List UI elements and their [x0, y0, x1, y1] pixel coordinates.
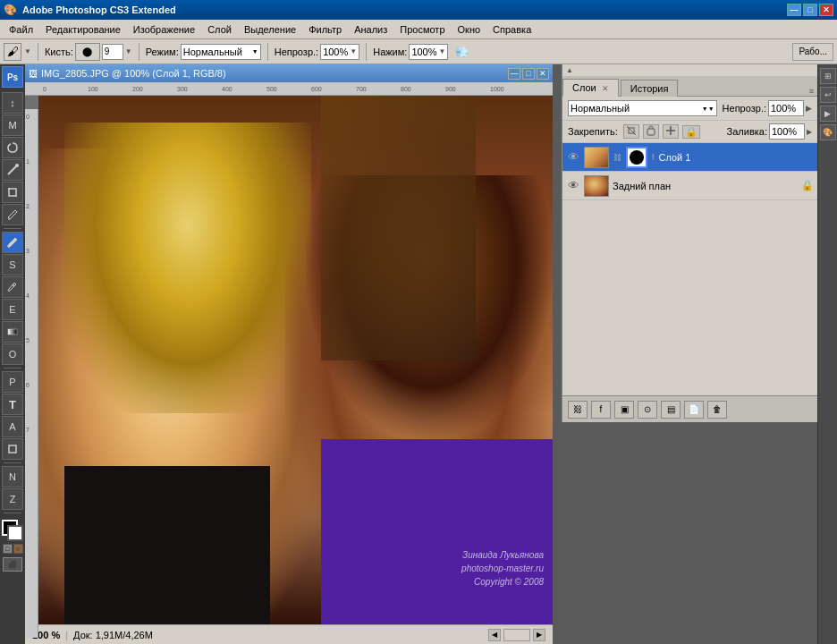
tool-brush[interactable]: [2, 232, 23, 253]
tool-marquee[interactable]: M: [2, 114, 23, 136]
tool-magic-wand[interactable]: [2, 159, 23, 181]
tool-history-brush[interactable]: [2, 276, 23, 298]
tool-notes[interactable]: N: [2, 466, 23, 487]
standard-mode-button[interactable]: □: [3, 544, 13, 554]
brush-options-arrow[interactable]: ▼: [24, 47, 31, 55]
layer-adjustment-button[interactable]: ⊙: [638, 401, 657, 419]
layer-new-button[interactable]: 📄: [684, 401, 704, 419]
scroll-controls: ◀ ▶: [488, 629, 545, 641]
lock-position-button[interactable]: [663, 124, 679, 139]
horizontal-ruler: 0 100 200 300 400 500 600 700 800 900 10…: [25, 82, 553, 96]
scroll-left-button[interactable]: ◀: [488, 629, 501, 641]
tool-eraser[interactable]: E: [2, 299, 23, 320]
doc-minimize-button[interactable]: —: [508, 68, 520, 80]
svg-rect-4: [9, 445, 16, 453]
layer-0-thumbnail: [584, 147, 609, 168]
opacity-control: Непрозр.: 100% ▼: [275, 44, 359, 60]
layer-fx-button[interactable]: f: [591, 401, 611, 419]
tool-eyedropper[interactable]: [2, 204, 23, 225]
scroll-right-button[interactable]: ▶: [533, 629, 545, 641]
opacity-label: Непрозр.:: [275, 47, 318, 57]
tab-history[interactable]: История: [621, 80, 679, 97]
blend-mode-dropdown[interactable]: Нормальный ▼: [568, 100, 717, 116]
window-controls: — □ ✕: [787, 4, 833, 16]
opacity-arrow[interactable]: ▶: [806, 104, 812, 113]
menu-file[interactable]: Файл: [4, 22, 38, 37]
tool-pen[interactable]: P: [2, 371, 23, 393]
tab-layers[interactable]: Слои ✕: [562, 79, 619, 97]
brush-size-arrow[interactable]: ▼: [125, 47, 132, 55]
tool-zoom[interactable]: Z: [2, 488, 23, 510]
layers-list: 👁 ⛓ f: [562, 143, 817, 200]
tool-crop[interactable]: [2, 182, 23, 203]
screen-mode-button[interactable]: ⬛: [3, 557, 22, 572]
layer-1-visibility[interactable]: 👁: [566, 179, 580, 192]
doc-maximize-button[interactable]: □: [522, 68, 535, 80]
airbrush-icon[interactable]: 💨: [455, 46, 469, 58]
fill-value[interactable]: 100%: [769, 123, 805, 140]
tool-lasso[interactable]: [2, 137, 23, 158]
document-window: 🖼 IMG_2805.JPG @ 100% (Слой 1, RGB/8) — …: [25, 64, 553, 644]
menu-view[interactable]: Просмотр: [394, 22, 450, 37]
watermark: Зинаида Лукьянова photoshop-master.ru Co…: [461, 548, 544, 589]
layer-0-chain-icon: ⛓: [613, 153, 621, 162]
close-button[interactable]: ✕: [819, 4, 833, 16]
brush-size-input[interactable]: 9: [102, 44, 123, 60]
fill-arrow[interactable]: ▶: [807, 128, 812, 136]
panel-icon-swatches[interactable]: 🎨: [820, 124, 836, 140]
brush-preview[interactable]: ⬤: [75, 43, 100, 61]
panel-collapse-arrow[interactable]: ▲: [566, 66, 573, 74]
doc-close-button[interactable]: ✕: [537, 68, 549, 80]
layer-item-1[interactable]: 👁 Задний план 🔒: [562, 172, 817, 200]
opacity-input-group[interactable]: 100% ▼: [320, 44, 359, 60]
panel-icon-layers[interactable]: ⊞: [820, 68, 836, 84]
lock-image-button[interactable]: [643, 124, 659, 139]
tool-gradient[interactable]: [2, 321, 23, 343]
watermark-line2: photoshop-master.ru: [461, 562, 544, 575]
mode-buttons: □ ○: [3, 544, 23, 554]
tool-text[interactable]: T: [2, 394, 23, 415]
menu-filter[interactable]: Фильтр: [303, 22, 347, 37]
flow-label: Нажим:: [373, 47, 407, 57]
menu-analysis[interactable]: Анализ: [349, 22, 393, 37]
menu-help[interactable]: Справка: [487, 22, 537, 37]
menu-window[interactable]: Окно: [452, 22, 486, 37]
panel-menu-button[interactable]: ≡: [809, 87, 814, 96]
maximize-button[interactable]: □: [803, 4, 817, 16]
menu-layer[interactable]: Слой: [202, 22, 237, 37]
watermark-line1: Зинаида Лукьянова: [461, 548, 544, 562]
svg-rect-3: [8, 329, 17, 335]
layer-0-visibility[interactable]: 👁: [566, 150, 580, 164]
menu-select[interactable]: Выделение: [239, 22, 301, 37]
layer-delete-button[interactable]: 🗑: [707, 401, 727, 419]
tab-layers-close[interactable]: ✕: [602, 84, 609, 93]
layer-mask-button[interactable]: ▣: [614, 401, 634, 419]
panel-icon-history[interactable]: ↩: [820, 87, 836, 103]
layer-group-button[interactable]: ▤: [661, 401, 681, 419]
background-color[interactable]: [7, 525, 23, 541]
tool-clone-stamp[interactable]: S: [2, 254, 23, 275]
tool-move[interactable]: ↕: [2, 92, 23, 114]
blend-mode-row: Нормальный ▼ Непрозр.: 100% ▶: [562, 97, 817, 121]
tool-dodge[interactable]: O: [2, 343, 23, 365]
status-separator: |: [65, 630, 68, 640]
workspace-button[interactable]: Рабо...: [792, 43, 833, 61]
quick-mask-button[interactable]: ○: [13, 544, 23, 554]
menu-edit[interactable]: Редактирование: [40, 22, 126, 37]
lock-all-button[interactable]: 🔒: [682, 125, 700, 139]
opacity-control: Непрозр.: 100% ▶: [723, 100, 812, 116]
layer-link-button[interactable]: ⛓: [568, 401, 588, 419]
minimize-button[interactable]: —: [787, 4, 801, 16]
panel-icon-actions[interactable]: ▶: [820, 106, 836, 122]
mode-dropdown[interactable]: Нормальный: [181, 44, 261, 60]
left-toolbar: Ps ↕ M S E O P T A: [0, 64, 25, 644]
menu-image[interactable]: Изображение: [128, 22, 200, 37]
opacity-value[interactable]: 100%: [768, 100, 804, 116]
flow-input-group[interactable]: 100% ▼: [409, 44, 448, 60]
tool-shape[interactable]: [2, 438, 23, 460]
status-bar: 100 % | Док: 1,91М/4,26М ◀ ▶: [25, 624, 553, 644]
fill-control: Заливка: 100% ▶: [727, 123, 812, 140]
layer-item-0[interactable]: 👁 ⛓ f: [562, 143, 817, 172]
tool-path-select[interactable]: A: [2, 416, 23, 437]
lock-transparent-button[interactable]: [623, 124, 639, 139]
